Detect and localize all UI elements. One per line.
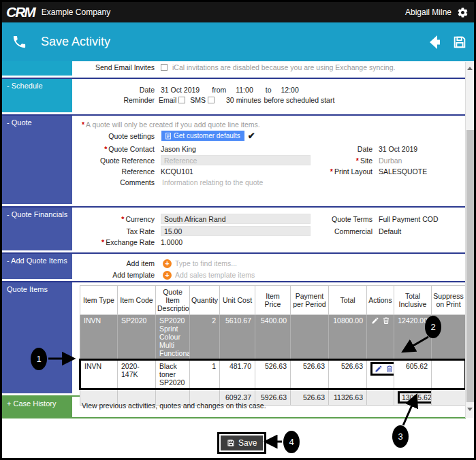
exchange-rate-label: *Exchange Rate bbox=[74, 238, 159, 246]
add-template-plus-icon[interactable]: + bbox=[163, 271, 172, 280]
ical-disabled-note: iCal invitations are disabled because yo… bbox=[172, 63, 395, 71]
required-asterisk: * bbox=[356, 157, 359, 165]
label-text: Quote Contact bbox=[108, 145, 155, 153]
quote-items-section: Quote Items Item Type Item Code Quote It… bbox=[2, 281, 466, 395]
reminder-email-checkbox[interactable] bbox=[178, 97, 185, 103]
back-arrow-icon[interactable] bbox=[430, 35, 446, 49]
save-button-highlight-box: Save bbox=[217, 432, 266, 454]
up-triangle-icon bbox=[467, 67, 473, 70]
from-label: from bbox=[212, 86, 226, 94]
description-cell: SP2020 Sprint Colour Multi Functional bbox=[156, 315, 190, 360]
unit-cost-cell: 481.70 bbox=[220, 360, 255, 389]
current-user[interactable]: Abigail Milne bbox=[405, 7, 451, 17]
add-template-input[interactable] bbox=[174, 270, 317, 280]
to-label: to bbox=[266, 86, 272, 94]
get-customer-defaults-button[interactable]: Get customer defaults bbox=[161, 131, 244, 141]
phone-icon bbox=[12, 34, 27, 50]
payment-per-period-cell bbox=[291, 315, 329, 360]
required-asterisk: * bbox=[82, 120, 84, 129]
reminder-duration-suffix: before scheduled start bbox=[264, 96, 334, 104]
callout-3: 3 bbox=[392, 425, 409, 448]
add-quote-items-section-header[interactable]: - Add Quote Items bbox=[2, 254, 72, 279]
suppress-on-print-cell bbox=[432, 360, 466, 389]
quote-date-label: Date bbox=[311, 145, 377, 153]
company-name: Example Company bbox=[42, 7, 110, 17]
quote-date-value[interactable]: 31 Oct 2019 bbox=[379, 145, 417, 153]
send-email-invites-checkbox[interactable] bbox=[161, 64, 168, 71]
crm-logo[interactable]: CRM bbox=[6, 4, 35, 20]
unit-cost-cell: 5610.67 bbox=[220, 315, 255, 360]
settings-gear-icon[interactable] bbox=[457, 7, 469, 18]
email-invites-section: Send Email Invites iCal invitations are … bbox=[2, 61, 466, 78]
reference-label: Reference bbox=[74, 167, 159, 176]
edit-pencil-icon[interactable] bbox=[375, 365, 383, 373]
schedule-section-header[interactable]: - Schedule bbox=[2, 79, 72, 112]
item-price-cell: 5400.00 bbox=[255, 315, 291, 360]
item-code-cell: 2020-147K bbox=[118, 360, 156, 389]
clipboard-icon bbox=[165, 132, 171, 139]
quote-reference-label: Quote Reference bbox=[74, 157, 159, 165]
print-layout-value[interactable]: SALESQUOTE bbox=[379, 167, 427, 176]
callout-4: 4 bbox=[283, 431, 300, 453]
comments-input[interactable] bbox=[161, 178, 304, 187]
save-disk-icon[interactable] bbox=[452, 35, 467, 50]
quote-item-row-2[interactable]: INVN 2020-147K Black toner SP2020 1 481.… bbox=[80, 360, 466, 389]
payment-per-period-cell: 526.63 bbox=[291, 360, 329, 389]
required-asterisk: * bbox=[101, 238, 104, 246]
to-time-value[interactable]: 12:00 bbox=[281, 86, 298, 94]
scrollbar-thumb[interactable] bbox=[466, 130, 474, 402]
settings-checkmark: ✔ bbox=[248, 131, 255, 141]
quote-item-row-1[interactable]: INVN SP2020 SP2020 Sprint Colour Multi F… bbox=[80, 315, 466, 360]
label-text: Print Layout bbox=[334, 167, 372, 176]
schedule-section: - Schedule Date 31 Oct 2019 from 11:00 t… bbox=[2, 78, 466, 114]
col-header: Total Inclusive bbox=[394, 286, 432, 315]
form-content: Send Email Invites iCal invitations are … bbox=[2, 61, 474, 418]
item-price-cell: 526.63 bbox=[255, 360, 291, 389]
reference-value[interactable]: KCQU101 bbox=[161, 167, 193, 176]
total-cell: 10800.00 bbox=[329, 315, 367, 360]
add-item-search-input[interactable] bbox=[174, 259, 317, 268]
schedule-date-value[interactable]: 31 Oct 2019 bbox=[161, 86, 200, 94]
email-invites-sidebar bbox=[2, 61, 72, 76]
commercial-value[interactable]: Default bbox=[379, 227, 401, 235]
delete-trash-icon[interactable] bbox=[385, 365, 394, 373]
vertical-scrollbar[interactable] bbox=[465, 62, 474, 418]
currency-label: *Currency bbox=[74, 215, 159, 223]
exchange-rate-value[interactable]: 1.0000 bbox=[161, 238, 183, 246]
save-button[interactable]: Save bbox=[221, 436, 263, 450]
quote-terms-value[interactable]: Full Payment COD bbox=[379, 215, 439, 223]
quote-section: - Quote * A quote will only be created i… bbox=[2, 114, 466, 206]
quote-section-header[interactable]: - Quote bbox=[2, 116, 72, 204]
currency-input[interactable] bbox=[161, 214, 311, 224]
reminder-duration-value[interactable]: 30 minutes bbox=[226, 96, 261, 104]
delete-trash-icon[interactable] bbox=[382, 316, 390, 325]
scrollbar-down-arrow[interactable] bbox=[466, 404, 474, 414]
quote-contact-value[interactable]: Jason King bbox=[161, 145, 196, 153]
scrollbar-up-arrow[interactable] bbox=[466, 63, 474, 73]
quote-financials-section: - Quote Financials *Currency Quote Terms… bbox=[2, 206, 466, 252]
col-header: Item Type bbox=[80, 286, 118, 315]
add-item-label: Add item bbox=[74, 259, 159, 267]
add-item-plus-icon[interactable]: + bbox=[163, 259, 172, 268]
quote-reference-input[interactable] bbox=[161, 155, 311, 165]
tax-rate-input[interactable] bbox=[161, 226, 311, 236]
site-value[interactable]: Durban bbox=[379, 157, 402, 165]
quote-financials-section-header[interactable]: - Quote Financials bbox=[2, 208, 72, 250]
col-header: Actions bbox=[367, 286, 394, 315]
case-history-section-header[interactable]: + Case History bbox=[2, 397, 72, 417]
label-text: Site bbox=[360, 157, 372, 165]
date-label: Date bbox=[74, 86, 159, 94]
app-header: CRM Example Company Abigail Milne bbox=[2, 2, 474, 22]
page-title: Save Activity bbox=[41, 35, 110, 49]
col-header: Quantity bbox=[190, 286, 220, 315]
reminder-sms-checkbox[interactable] bbox=[208, 97, 215, 103]
save-button-label: Save bbox=[238, 438, 257, 448]
tax-rate-label: Tax Rate bbox=[74, 227, 159, 235]
case-history-section: + Case History View previous activities,… bbox=[2, 395, 466, 418]
chip-label: Get customer defaults bbox=[174, 132, 240, 139]
callout-1: 1 bbox=[31, 348, 47, 370]
quote-items-section-header[interactable]: Quote Items bbox=[2, 282, 72, 393]
edit-pencil-icon[interactable] bbox=[371, 316, 379, 325]
from-time-value[interactable]: 11:00 bbox=[236, 86, 253, 94]
col-header: Item Code bbox=[118, 286, 156, 315]
